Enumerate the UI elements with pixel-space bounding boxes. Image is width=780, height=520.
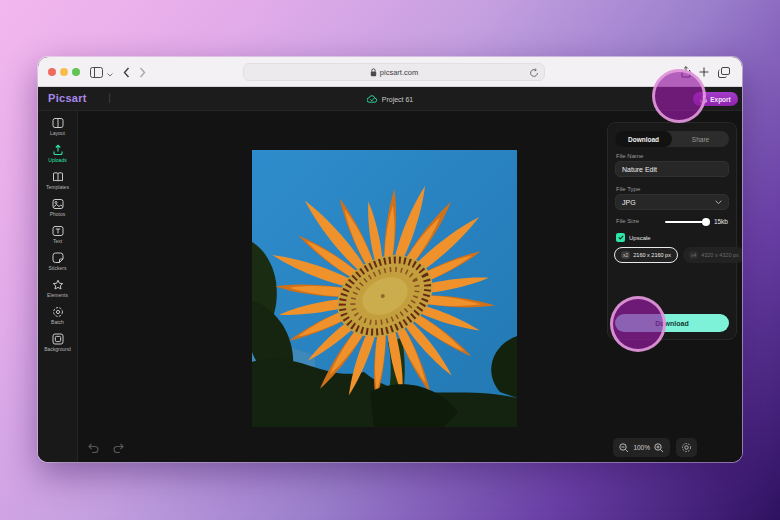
- sidebar-item-uploads[interactable]: Uploads: [38, 140, 77, 167]
- scale-badge: x4: [689, 251, 698, 259]
- scale-size: 4320 x 4320 px: [701, 252, 739, 258]
- scale-badge: x2: [621, 251, 630, 259]
- tab-overview-icon[interactable]: [716, 64, 732, 80]
- file-name-label: File Name: [616, 153, 643, 159]
- background-icon: [52, 333, 64, 345]
- sidebar-item-photos[interactable]: Photos: [38, 194, 77, 221]
- file-type-select[interactable]: JPG: [615, 194, 729, 210]
- upscale-label: Upscale: [629, 235, 651, 241]
- browser-toolbar: picsart.com: [38, 57, 742, 87]
- minimize-window-button[interactable]: [60, 68, 68, 76]
- tab-share[interactable]: Share: [672, 131, 729, 147]
- file-type-label: File Type: [616, 186, 640, 192]
- project-title-text: Project 61: [382, 96, 414, 103]
- chevron-down-icon[interactable]: [102, 67, 118, 83]
- export-panel: Download Share File Name File Type JPG F…: [607, 122, 737, 340]
- uploads-icon: [52, 144, 64, 156]
- tools-sidebar: Layout Uploads Templates Photos: [38, 111, 78, 462]
- sidebar-item-elements[interactable]: Elements: [38, 275, 77, 302]
- file-name-input[interactable]: [615, 161, 729, 177]
- url-text: picsart.com: [380, 68, 418, 77]
- share-icon[interactable]: [678, 64, 694, 80]
- lock-icon: [370, 68, 377, 77]
- export-button-label: Export: [710, 96, 731, 103]
- sidebar-item-templates[interactable]: Templates: [38, 167, 77, 194]
- download-button[interactable]: Download: [615, 314, 729, 332]
- redo-button[interactable]: [109, 439, 129, 457]
- export-arrow-icon: [700, 95, 707, 103]
- new-tab-icon[interactable]: [696, 64, 712, 80]
- scale-size: 2160 x 2160 px: [633, 252, 671, 258]
- picsart-app: Picsart | Project 61 Export La: [38, 87, 742, 462]
- sidebar-item-text[interactable]: Text: [38, 221, 77, 248]
- history-controls: [83, 439, 129, 457]
- tab-download[interactable]: Download: [615, 131, 672, 147]
- reload-icon[interactable]: [529, 68, 539, 80]
- file-size-slider[interactable]: [665, 221, 709, 223]
- upscale-checkbox-row[interactable]: Upscale: [616, 233, 651, 242]
- chevron-down-icon: [715, 200, 722, 205]
- zoom-window-button[interactable]: [72, 68, 80, 76]
- logo-divider: |: [108, 91, 111, 103]
- gear-icon: [681, 442, 692, 453]
- sidebar-item-stickers[interactable]: Stickers: [38, 248, 77, 275]
- export-tabs: Download Share: [615, 131, 729, 147]
- upscale-option-2x[interactable]: x2 2160 x 2160 px: [614, 247, 678, 263]
- templates-icon: [52, 171, 64, 183]
- layout-icon: [52, 117, 64, 129]
- sidebar-item-background[interactable]: Background: [38, 329, 77, 356]
- zoom-out-button[interactable]: [619, 443, 629, 453]
- sunflower-image[interactable]: [252, 150, 517, 427]
- close-window-button[interactable]: [48, 68, 56, 76]
- file-size-row: File Size 15kb: [616, 216, 728, 228]
- check-icon: [618, 235, 624, 240]
- photos-icon: [52, 198, 64, 210]
- upscale-options: x2 2160 x 2160 px x4 4320 x 4320 px: [614, 247, 733, 263]
- picsart-logo[interactable]: Picsart: [48, 92, 87, 104]
- back-button[interactable]: [118, 64, 134, 80]
- zoom-level[interactable]: 100%: [633, 444, 650, 451]
- text-icon: [52, 225, 64, 237]
- undo-button[interactable]: [83, 439, 103, 457]
- file-size-label: File Size: [616, 218, 639, 224]
- forward-button[interactable]: [134, 64, 150, 80]
- sidebar-item-batch[interactable]: Batch: [38, 302, 77, 329]
- browser-window: picsart.com Picsart |: [38, 57, 742, 462]
- elements-star-icon: [52, 279, 64, 291]
- file-size-value: 15kb: [714, 218, 728, 225]
- slider-knob[interactable]: [702, 218, 710, 226]
- file-type-value: JPG: [622, 199, 636, 206]
- canvas-settings-button[interactable]: [676, 438, 697, 457]
- address-bar[interactable]: picsart.com: [243, 63, 545, 81]
- zoom-in-button[interactable]: [654, 443, 664, 453]
- zoom-controls: 100%: [613, 438, 670, 457]
- batch-icon: [52, 306, 64, 318]
- cloud-saved-icon: [367, 95, 378, 103]
- app-header: Picsart | Project 61 Export: [38, 87, 742, 111]
- export-button[interactable]: Export: [693, 92, 738, 106]
- sidebar-item-layout[interactable]: Layout: [38, 113, 77, 140]
- upscale-option-4x[interactable]: x4 4320 x 4320 px: [683, 247, 742, 263]
- project-title[interactable]: Project 61: [367, 87, 414, 111]
- upscale-checkbox[interactable]: [616, 233, 625, 242]
- stickers-icon: [52, 252, 64, 264]
